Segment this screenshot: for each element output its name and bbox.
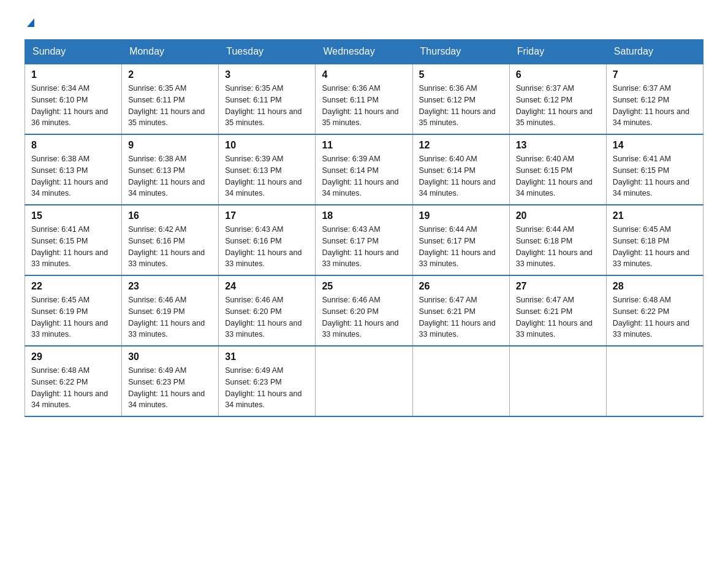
calendar-cell: 16 Sunrise: 6:42 AMSunset: 6:16 PMDaylig… <box>122 205 219 275</box>
day-number: 30 <box>128 351 212 362</box>
day-info: Sunrise: 6:49 AMSunset: 6:23 PMDaylight:… <box>128 366 205 409</box>
day-number: 20 <box>516 210 600 221</box>
day-number: 4 <box>322 69 406 80</box>
day-info: Sunrise: 6:49 AMSunset: 6:23 PMDaylight:… <box>225 366 301 409</box>
calendar-cell: 28 Sunrise: 6:48 AMSunset: 6:22 PMDaylig… <box>606 275 703 346</box>
calendar-week-5: 29 Sunrise: 6:48 AMSunset: 6:22 PMDaylig… <box>25 346 703 416</box>
day-number: 28 <box>613 281 697 292</box>
day-info: Sunrise: 6:39 AMSunset: 6:14 PMDaylight:… <box>322 155 398 197</box>
page-header <box>25 18 703 27</box>
day-info: Sunrise: 6:40 AMSunset: 6:15 PMDaylight:… <box>516 155 593 197</box>
calendar-cell: 27 Sunrise: 6:47 AMSunset: 6:21 PMDaylig… <box>509 275 606 346</box>
day-number: 24 <box>225 281 309 292</box>
day-number: 1 <box>31 69 115 80</box>
day-info: Sunrise: 6:38 AMSunset: 6:13 PMDaylight:… <box>31 155 108 197</box>
calendar-week-2: 8 Sunrise: 6:38 AMSunset: 6:13 PMDayligh… <box>25 134 703 205</box>
day-number: 13 <box>516 140 600 151</box>
day-number: 22 <box>31 281 115 292</box>
calendar-cell: 10 Sunrise: 6:39 AMSunset: 6:13 PMDaylig… <box>219 134 316 205</box>
calendar-cell: 7 Sunrise: 6:37 AMSunset: 6:12 PMDayligh… <box>606 64 703 134</box>
day-info: Sunrise: 6:47 AMSunset: 6:21 PMDaylight:… <box>516 296 593 339</box>
day-number: 26 <box>419 281 503 292</box>
day-info: Sunrise: 6:45 AMSunset: 6:19 PMDaylight:… <box>31 296 108 339</box>
day-number: 9 <box>128 140 212 151</box>
calendar-header-monday: Monday <box>122 40 219 64</box>
calendar-cell: 20 Sunrise: 6:44 AMSunset: 6:18 PMDaylig… <box>509 205 606 275</box>
calendar-cell: 23 Sunrise: 6:46 AMSunset: 6:19 PMDaylig… <box>122 275 219 346</box>
day-number: 15 <box>31 210 115 221</box>
calendar-cell <box>412 346 509 416</box>
day-number: 11 <box>322 140 406 151</box>
calendar-cell: 31 Sunrise: 6:49 AMSunset: 6:23 PMDaylig… <box>219 346 316 416</box>
calendar-header-saturday: Saturday <box>606 40 703 64</box>
calendar-header-friday: Friday <box>509 40 606 64</box>
calendar-header-thursday: Thursday <box>412 40 509 64</box>
day-info: Sunrise: 6:36 AMSunset: 6:12 PMDaylight:… <box>419 84 496 127</box>
calendar-cell: 5 Sunrise: 6:36 AMSunset: 6:12 PMDayligh… <box>412 64 509 134</box>
calendar-table: SundayMondayTuesdayWednesdayThursdayFrid… <box>25 39 703 417</box>
calendar-cell: 8 Sunrise: 6:38 AMSunset: 6:13 PMDayligh… <box>25 134 122 205</box>
day-info: Sunrise: 6:39 AMSunset: 6:13 PMDaylight:… <box>225 155 301 197</box>
day-info: Sunrise: 6:46 AMSunset: 6:20 PMDaylight:… <box>225 296 301 339</box>
day-info: Sunrise: 6:41 AMSunset: 6:15 PMDaylight:… <box>613 155 689 197</box>
calendar-cell: 15 Sunrise: 6:41 AMSunset: 6:15 PMDaylig… <box>25 205 122 275</box>
calendar-cell: 11 Sunrise: 6:39 AMSunset: 6:14 PMDaylig… <box>316 134 412 205</box>
day-info: Sunrise: 6:35 AMSunset: 6:11 PMDaylight:… <box>128 84 205 127</box>
day-number: 12 <box>419 140 503 151</box>
day-number: 3 <box>225 69 309 80</box>
day-info: Sunrise: 6:41 AMSunset: 6:15 PMDaylight:… <box>31 225 108 268</box>
logo <box>25 18 34 27</box>
calendar-header-sunday: Sunday <box>25 40 122 64</box>
calendar-cell: 19 Sunrise: 6:44 AMSunset: 6:17 PMDaylig… <box>412 205 509 275</box>
calendar-header-row: SundayMondayTuesdayWednesdayThursdayFrid… <box>25 40 703 64</box>
day-info: Sunrise: 6:38 AMSunset: 6:13 PMDaylight:… <box>128 155 205 197</box>
calendar-cell: 24 Sunrise: 6:46 AMSunset: 6:20 PMDaylig… <box>219 275 316 346</box>
day-number: 10 <box>225 140 309 151</box>
calendar-header-wednesday: Wednesday <box>316 40 412 64</box>
calendar-week-4: 22 Sunrise: 6:45 AMSunset: 6:19 PMDaylig… <box>25 275 703 346</box>
day-info: Sunrise: 6:44 AMSunset: 6:17 PMDaylight:… <box>419 225 496 268</box>
day-number: 21 <box>613 210 697 221</box>
calendar-week-3: 15 Sunrise: 6:41 AMSunset: 6:15 PMDaylig… <box>25 205 703 275</box>
calendar-cell: 17 Sunrise: 6:43 AMSunset: 6:16 PMDaylig… <box>219 205 316 275</box>
calendar-cell: 30 Sunrise: 6:49 AMSunset: 6:23 PMDaylig… <box>122 346 219 416</box>
day-number: 6 <box>516 69 600 80</box>
day-number: 5 <box>419 69 503 80</box>
day-number: 16 <box>128 210 212 221</box>
day-info: Sunrise: 6:37 AMSunset: 6:12 PMDaylight:… <box>613 84 689 127</box>
calendar-cell <box>606 346 703 416</box>
calendar-cell: 21 Sunrise: 6:45 AMSunset: 6:18 PMDaylig… <box>606 205 703 275</box>
calendar-cell: 22 Sunrise: 6:45 AMSunset: 6:19 PMDaylig… <box>25 275 122 346</box>
day-info: Sunrise: 6:48 AMSunset: 6:22 PMDaylight:… <box>31 366 108 409</box>
calendar-cell: 1 Sunrise: 6:34 AMSunset: 6:10 PMDayligh… <box>25 64 122 134</box>
day-info: Sunrise: 6:34 AMSunset: 6:10 PMDaylight:… <box>31 84 108 127</box>
day-info: Sunrise: 6:42 AMSunset: 6:16 PMDaylight:… <box>128 225 205 268</box>
day-number: 17 <box>225 210 309 221</box>
day-number: 19 <box>419 210 503 221</box>
day-info: Sunrise: 6:44 AMSunset: 6:18 PMDaylight:… <box>516 225 593 268</box>
day-info: Sunrise: 6:35 AMSunset: 6:11 PMDaylight:… <box>225 84 301 127</box>
day-info: Sunrise: 6:37 AMSunset: 6:12 PMDaylight:… <box>516 84 593 127</box>
calendar-cell: 25 Sunrise: 6:46 AMSunset: 6:20 PMDaylig… <box>316 275 412 346</box>
day-info: Sunrise: 6:40 AMSunset: 6:14 PMDaylight:… <box>419 155 496 197</box>
calendar-cell: 9 Sunrise: 6:38 AMSunset: 6:13 PMDayligh… <box>122 134 219 205</box>
day-number: 31 <box>225 351 309 362</box>
calendar-cell: 29 Sunrise: 6:48 AMSunset: 6:22 PMDaylig… <box>25 346 122 416</box>
day-number: 23 <box>128 281 212 292</box>
calendar-cell: 12 Sunrise: 6:40 AMSunset: 6:14 PMDaylig… <box>412 134 509 205</box>
day-number: 29 <box>31 351 115 362</box>
calendar-week-1: 1 Sunrise: 6:34 AMSunset: 6:10 PMDayligh… <box>25 64 703 134</box>
calendar-header-tuesday: Tuesday <box>219 40 316 64</box>
day-info: Sunrise: 6:46 AMSunset: 6:20 PMDaylight:… <box>322 296 398 339</box>
calendar-cell: 26 Sunrise: 6:47 AMSunset: 6:21 PMDaylig… <box>412 275 509 346</box>
day-info: Sunrise: 6:47 AMSunset: 6:21 PMDaylight:… <box>419 296 496 339</box>
day-info: Sunrise: 6:36 AMSunset: 6:11 PMDaylight:… <box>322 84 398 127</box>
calendar-cell: 4 Sunrise: 6:36 AMSunset: 6:11 PMDayligh… <box>316 64 412 134</box>
logo-triangle-icon <box>27 18 34 27</box>
day-number: 18 <box>322 210 406 221</box>
day-info: Sunrise: 6:45 AMSunset: 6:18 PMDaylight:… <box>613 225 689 268</box>
day-number: 25 <box>322 281 406 292</box>
calendar-cell <box>316 346 412 416</box>
day-number: 8 <box>31 140 115 151</box>
day-number: 14 <box>613 140 697 151</box>
